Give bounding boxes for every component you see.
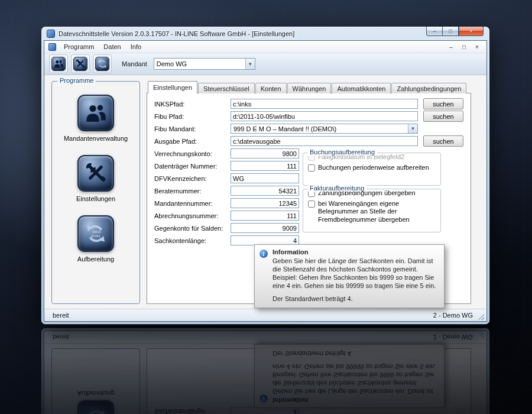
svg-text:01101: 01101 bbox=[91, 234, 100, 238]
window-title: Datevschnittstelle Version 2.0.3.17507 -… bbox=[59, 30, 294, 37]
sidebar-item-label: Einstellungen bbox=[76, 195, 115, 202]
fibu-mandant-combobox[interactable]: 999 D E M O – Mandant !! (DEMO\) ▼ bbox=[231, 124, 418, 134]
status-bar: bereit 2 - Demo WG bbox=[44, 309, 486, 321]
form-row-inkspfad: INKSPfad: suchen bbox=[154, 99, 463, 109]
menu-info[interactable]: Info bbox=[126, 42, 146, 51]
groupbox-legend: Buchungsaufbereitung bbox=[307, 148, 377, 156]
programme-legend: Programme bbox=[57, 77, 96, 84]
close-button[interactable]: × bbox=[459, 27, 484, 36]
form-row-fibu-pfad: Fibu Pfad: suchen bbox=[154, 111, 463, 121]
minimize-button[interactable]: – bbox=[426, 27, 443, 36]
resize-grip[interactable] bbox=[478, 313, 484, 320]
recycle-icon[interactable]: 1001001101 bbox=[77, 215, 114, 252]
dfvkennzeichen-input[interactable] bbox=[231, 173, 299, 183]
fibu-mandant-value: 999 D E M O – Mandant !! (DEMO\) bbox=[231, 125, 408, 132]
toolbar-einstellungen-button[interactable] bbox=[71, 54, 90, 73]
tab-strip: Einstellungen Steuerschlüssel Konten Wäh… bbox=[147, 81, 471, 93]
settings-tab-panel: INKSPfad: suchen Fibu Pfad: suchen Fibu … bbox=[147, 93, 471, 304]
sidebar-item-aufbereitung[interactable]: 1001001101 Aufbereitung bbox=[77, 215, 114, 263]
fakturaufbereitung-groupbox: Fakturaufbereitung Zahlungsbedingungen ü… bbox=[303, 189, 441, 232]
window-client-area: Programm Daten Info – □ × bbox=[44, 40, 487, 322]
ausgabe-pfad-input[interactable] bbox=[231, 136, 418, 146]
datentraeger-nummer-input[interactable] bbox=[231, 161, 299, 171]
field-label: Abrechnungsnummer: bbox=[154, 212, 231, 219]
svg-text:10010: 10010 bbox=[92, 230, 101, 234]
form-row-fibu-mandant: Fibu Mandant: 999 D E M O – Mandant !! (… bbox=[154, 124, 463, 134]
sidebar-item-einstellungen[interactable]: Einstellungen bbox=[76, 155, 115, 202]
toolbar-mandantenverwaltung-button[interactable] bbox=[49, 54, 68, 73]
app-window: Datevschnittstelle Version 2.0.3.17507 -… bbox=[41, 27, 489, 324]
field-label: INKSPfad: bbox=[154, 101, 231, 108]
tools-icon[interactable] bbox=[77, 155, 114, 192]
desktop-background: Datevschnittstelle Version 2.0.3.17507 -… bbox=[0, 0, 532, 414]
fibu-pfad-input[interactable] bbox=[231, 111, 418, 121]
suchen-button-ausgabe-pfad[interactable]: suchen bbox=[423, 135, 463, 147]
maximize-button[interactable]: □ bbox=[443, 27, 459, 36]
title-bar[interactable]: Datevschnittstelle Version 2.0.3.17507 -… bbox=[41, 27, 489, 40]
checkbox-row-wareneingaenge: bei Wareneingängen eigene Belegnummer an… bbox=[308, 200, 436, 224]
toolbar: Mandant Demo WG ▼ bbox=[44, 53, 486, 75]
chevron-down-icon[interactable]: ▼ bbox=[245, 59, 255, 69]
info-icon: i bbox=[259, 250, 268, 258]
buchungsaufbereitung-groupbox: Buchungsaufbereitung Fälligkeitsdatum in… bbox=[303, 153, 441, 186]
mandant-combobox[interactable]: Demo WG ▼ bbox=[154, 58, 255, 70]
mdi-minimize-button[interactable]: – bbox=[445, 43, 458, 51]
tab-waehrungen[interactable]: Währungen bbox=[287, 83, 332, 93]
inkspfad-input[interactable] bbox=[231, 99, 418, 109]
field-label: Fibu Mandant: bbox=[154, 125, 231, 132]
tools-icon bbox=[73, 57, 87, 71]
menu-programm[interactable]: Programm bbox=[59, 42, 99, 51]
status-text: bereit bbox=[53, 312, 69, 319]
field-label: Gegenkonto für Salden: bbox=[154, 225, 231, 232]
checkbox-label: Buchungen periodenweise aufbereiten bbox=[318, 164, 429, 172]
menu-bar: Programm Daten Info – □ × bbox=[44, 41, 486, 53]
mandantennummer-input[interactable] bbox=[231, 198, 299, 208]
tab-steuerschluessel[interactable]: Steuerschlüssel bbox=[198, 83, 255, 93]
tab-konten[interactable]: Konten bbox=[255, 83, 287, 93]
field-label: Fibu Pfad: bbox=[154, 113, 231, 120]
content-area: Programme Mandantenverwaltung Einstellun… bbox=[44, 75, 486, 309]
beraternummer-input[interactable] bbox=[231, 186, 299, 196]
mdi-restore-button[interactable]: □ bbox=[458, 43, 471, 51]
checkbox-label: bei Wareneingängen eigene Belegnummer an… bbox=[318, 200, 436, 224]
checkbox-row-periodenweise: Buchungen periodenweise aufbereiten bbox=[308, 164, 436, 172]
field-label: Beraternummer: bbox=[154, 187, 231, 195]
mandant-combobox-value: Demo WG bbox=[154, 60, 245, 67]
periodenweise-checkbox[interactable] bbox=[308, 164, 315, 172]
sidebar-item-label: Mandantenverwaltung bbox=[64, 135, 128, 142]
tooltip-body: Geben Sie hier die Länge der Sachkonten … bbox=[273, 257, 438, 290]
field-label: Ausgabe Pfad: bbox=[154, 138, 231, 145]
groupbox-legend: Fakturaufbereitung bbox=[307, 185, 366, 192]
chevron-down-icon[interactable]: ▼ bbox=[408, 124, 417, 133]
suchen-button-fibu-pfad[interactable]: suchen bbox=[423, 111, 463, 122]
app-icon bbox=[47, 30, 55, 38]
field-label: DFVKennzeichen: bbox=[154, 175, 231, 182]
mdi-close-button[interactable]: × bbox=[471, 43, 484, 51]
sidebar-item-label: Aufbereitung bbox=[77, 255, 114, 263]
tab-automatikkonten[interactable]: Automatikkonten bbox=[332, 83, 391, 93]
gegenkonto-input[interactable] bbox=[231, 223, 299, 233]
menu-daten[interactable]: Daten bbox=[99, 42, 125, 51]
field-label: Mandantennummer: bbox=[154, 200, 231, 207]
wareneingaenge-checkbox[interactable] bbox=[308, 200, 315, 208]
field-label: Sachkontenlänge: bbox=[154, 237, 231, 244]
tab-einstellungen[interactable]: Einstellungen bbox=[148, 81, 197, 93]
suchen-button-inkspfad[interactable]: suchen bbox=[423, 98, 463, 109]
field-label: Datenträger Nummer: bbox=[154, 163, 231, 170]
main-panel: Einstellungen Steuerschlüssel Konten Wäh… bbox=[147, 81, 471, 304]
abrechnungsnummer-input[interactable] bbox=[231, 211, 299, 221]
caption-buttons: – □ × bbox=[426, 27, 484, 36]
sidebar-item-mandantenverwaltung[interactable]: Mandantenverwaltung bbox=[64, 95, 128, 142]
tooltip-footer: Der Standardwert beträgt 4. bbox=[273, 295, 438, 302]
mandant-label: Mandant bbox=[122, 60, 147, 67]
people-icon bbox=[51, 57, 66, 71]
form-row-ausgabe-pfad: Ausgabe Pfad: suchen bbox=[154, 136, 463, 146]
mdi-document-icon[interactable] bbox=[48, 43, 56, 51]
tab-zahlungsbedingungen[interactable]: Zahlungsbedingungen bbox=[391, 83, 466, 93]
people-icon[interactable] bbox=[77, 95, 114, 131]
status-mandant: 2 - Demo WG bbox=[433, 312, 473, 319]
verrechnungskonto-input[interactable] bbox=[231, 148, 299, 159]
programme-groupbox: Programme Mandantenverwaltung Einstellun… bbox=[51, 81, 140, 304]
field-label: Verrechnungskonto: bbox=[154, 150, 231, 157]
toolbar-aufbereitung-button[interactable] bbox=[93, 54, 112, 73]
